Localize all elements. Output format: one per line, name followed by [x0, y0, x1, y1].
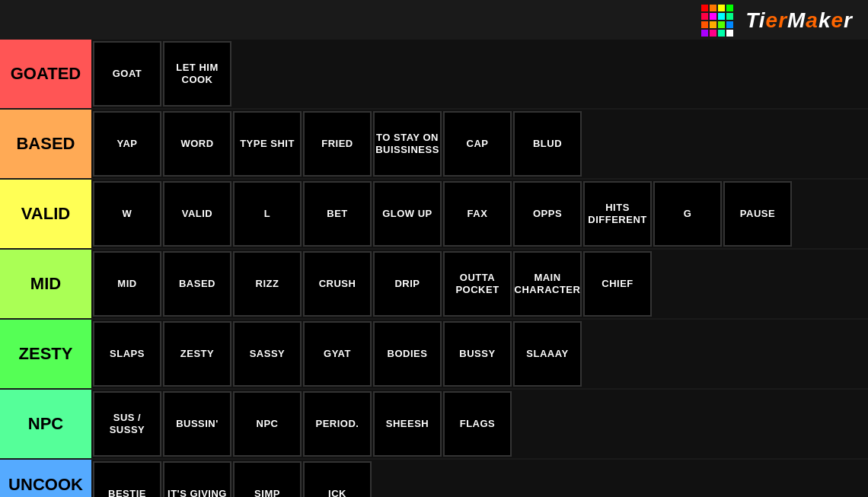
tier-item[interactable]: TO STAY ON BUISSINESS [373, 111, 442, 177]
logo-grid-cell [726, 30, 733, 37]
tier-row-goated: GOATEDGOATLET HIM COOK [0, 40, 868, 110]
tier-item[interactable]: FRIED [303, 111, 372, 177]
tier-item[interactable]: DRIP [373, 251, 442, 317]
tier-item[interactable]: LET HIM COOK [163, 41, 231, 107]
tier-item[interactable]: BODIES [373, 321, 442, 387]
tier-label-zesty: ZESTY [0, 320, 91, 388]
tier-items-mid: MIDBASEDRIZZCRUSHDRIPOUTTA POCKETMAIN CH… [91, 250, 868, 318]
tier-item[interactable]: SASSY [233, 321, 302, 387]
tier-item[interactable]: MID [93, 251, 161, 317]
tier-item[interactable]: MAIN CHARACTER [513, 251, 582, 317]
logo-grid-cell [718, 30, 725, 37]
tier-item[interactable]: ICK [303, 461, 372, 497]
tier-items-npc: SUS / SUSSYBUSSIN'NPCPERIOD.SHEESHFLAGS [91, 390, 868, 458]
logo-grid-cell [710, 30, 716, 37]
logo-grid-cell [710, 5, 716, 11]
tier-item[interactable]: L [233, 181, 302, 247]
tier-item[interactable]: SUS / SUSSY [93, 391, 161, 457]
tier-item[interactable]: BLUD [513, 111, 582, 177]
logo-text: TierMaker [745, 8, 853, 33]
tier-row-mid: MIDMIDBASEDRIZZCRUSHDRIPOUTTA POCKETMAIN… [0, 250, 868, 320]
tier-label-goated: GOATED [0, 40, 91, 108]
tier-item[interactable]: SLAPS [93, 321, 161, 387]
tier-label-mid: MID [0, 250, 91, 318]
tier-label-npc: NPC [0, 390, 91, 458]
tiers-container: GOATEDGOATLET HIM COOKBASEDYAPWORDTYPE S… [0, 40, 868, 497]
tier-item[interactable]: YAP [93, 111, 161, 177]
tier-item[interactable]: W [93, 181, 161, 247]
tier-item[interactable]: WORD [163, 111, 231, 177]
tier-row-valid: VALIDWVALIDLBETGLOW UPFAXOPPSHITS DIFFER… [0, 180, 868, 250]
tier-item[interactable]: PAUSE [723, 181, 792, 247]
tier-item[interactable]: OUTTA POCKET [443, 251, 512, 317]
logo-grid-cell [701, 13, 708, 20]
tier-item[interactable]: CHIEF [583, 251, 652, 317]
tier-item[interactable]: ZESTY [163, 321, 231, 387]
tier-row-uncook: UNCOOK THISBESTIEIT'S GIVINGSIMPICK [0, 460, 868, 497]
tier-items-goated: GOATLET HIM COOK [91, 40, 868, 108]
logo-grid-cell [726, 5, 733, 11]
top-bar: TierMaker [0, 0, 868, 40]
logo-grid-cell [718, 5, 725, 11]
tier-item[interactable]: RIZZ [233, 251, 302, 317]
logo-grid-cell [726, 13, 733, 20]
logo-grid-cell [718, 13, 725, 20]
tier-item[interactable]: TYPE SHIT [233, 111, 302, 177]
logo-grid-cell [701, 5, 708, 11]
tier-item[interactable]: CAP [443, 111, 512, 177]
tier-label-based: BASED [0, 110, 91, 178]
logo-grid [701, 5, 733, 37]
tier-item[interactable]: NPC [233, 391, 302, 457]
tier-item[interactable]: BUSSY [443, 321, 512, 387]
tier-item[interactable]: BESTIE [93, 461, 161, 497]
app-container: TierMaker GOATEDGOATLET HIM COOKBASEDYAP… [0, 0, 868, 497]
tier-item[interactable]: OPPS [513, 181, 582, 247]
tier-label-uncook: UNCOOK THIS [0, 460, 91, 497]
tier-item[interactable]: SHEESH [373, 391, 442, 457]
tier-item[interactable]: GYAT [303, 321, 372, 387]
logo-grid-cell [726, 21, 733, 28]
logo-grid-cell [718, 21, 725, 28]
tier-item[interactable]: PERIOD. [303, 391, 372, 457]
logo-grid-cell [701, 30, 708, 37]
tier-item[interactable]: G [653, 181, 722, 247]
tier-item[interactable]: CRUSH [303, 251, 372, 317]
tier-item[interactable]: FAX [443, 181, 512, 247]
tier-item[interactable]: HITS DIFFERENT [583, 181, 652, 247]
logo-grid-cell [710, 13, 716, 20]
logo-grid-cell [710, 21, 716, 28]
tier-items-uncook: BESTIEIT'S GIVINGSIMPICK [91, 460, 868, 497]
tier-item[interactable]: FLAGS [443, 391, 512, 457]
tiermaker-logo: TierMaker [701, 5, 853, 37]
tier-item[interactable]: SLAAAY [513, 321, 582, 387]
tier-item[interactable]: SIMP [233, 461, 302, 497]
tier-row-based: BASEDYAPWORDTYPE SHITFRIEDTO STAY ON BUI… [0, 110, 868, 180]
tier-label-valid: VALID [0, 180, 91, 248]
tier-items-based: YAPWORDTYPE SHITFRIEDTO STAY ON BUISSINE… [91, 110, 868, 178]
tier-items-valid: WVALIDLBETGLOW UPFAXOPPSHITS DIFFERENTGP… [91, 180, 868, 248]
tier-row-zesty: ZESTYSLAPSZESTYSASSYGYATBODIESBUSSYSLAAA… [0, 320, 868, 390]
tier-items-zesty: SLAPSZESTYSASSYGYATBODIESBUSSYSLAAAY [91, 320, 868, 388]
tier-item[interactable]: BASED [163, 251, 231, 317]
tier-item[interactable]: GLOW UP [373, 181, 442, 247]
tier-row-npc: NPCSUS / SUSSYBUSSIN'NPCPERIOD.SHEESHFLA… [0, 390, 868, 460]
tier-item[interactable]: VALID [163, 181, 231, 247]
tier-item[interactable]: IT'S GIVING [163, 461, 231, 497]
tier-item[interactable]: BET [303, 181, 372, 247]
logo-grid-cell [701, 21, 708, 28]
tier-item[interactable]: GOAT [93, 41, 161, 107]
tier-item[interactable]: BUSSIN' [163, 391, 231, 457]
